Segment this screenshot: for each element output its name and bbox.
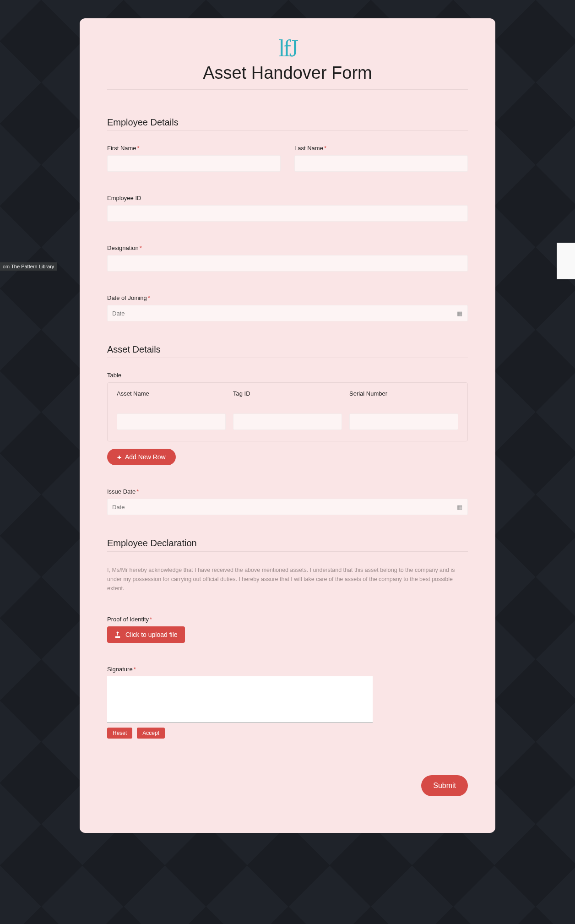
last-name-input[interactable] bbox=[294, 155, 468, 172]
declaration-text: I, Ms/Mr hereby acknowledge that I have … bbox=[107, 565, 468, 593]
required-indicator: * bbox=[137, 145, 140, 152]
upload-button[interactable]: Click to upload file bbox=[107, 626, 185, 643]
required-indicator: * bbox=[148, 294, 150, 301]
calendar-icon: ▦ bbox=[457, 504, 462, 511]
col-serial-number: Serial Number bbox=[346, 390, 462, 397]
serial-number-input[interactable] bbox=[349, 413, 458, 430]
last-name-label: Last Name* bbox=[294, 145, 468, 152]
section-asset-details: Asset Details bbox=[107, 344, 468, 358]
designation-label: Designation* bbox=[107, 245, 468, 251]
logo: lfJ bbox=[107, 37, 468, 60]
submit-button[interactable]: Submit bbox=[421, 775, 468, 796]
asset-name-input[interactable] bbox=[117, 413, 226, 430]
employee-id-input[interactable] bbox=[107, 205, 468, 222]
asset-table: Asset Name Tag ID Serial Number bbox=[107, 382, 468, 441]
recaptcha-badge bbox=[557, 243, 575, 279]
form-card: lfJ Asset Handover Form Employee Details… bbox=[80, 18, 495, 833]
table-header: Asset Name Tag ID Serial Number bbox=[108, 383, 467, 404]
attribution-badge: om The Pattern Library bbox=[0, 262, 57, 271]
accept-button[interactable]: Accept bbox=[137, 728, 165, 739]
required-indicator: * bbox=[134, 666, 136, 673]
col-tag-id: Tag ID bbox=[229, 390, 346, 397]
required-indicator: * bbox=[150, 616, 152, 623]
plus-icon bbox=[117, 453, 121, 461]
section-employee-details: Employee Details bbox=[107, 117, 468, 131]
col-asset-name: Asset Name bbox=[113, 390, 229, 397]
proof-label: Proof of Identity* bbox=[107, 616, 468, 623]
reset-button[interactable]: Reset bbox=[107, 728, 132, 739]
page-title: Asset Handover Form bbox=[107, 63, 468, 83]
first-name-label: First Name* bbox=[107, 145, 281, 152]
employee-id-label: Employee ID bbox=[107, 195, 468, 201]
table-row bbox=[108, 404, 467, 441]
calendar-icon: ▦ bbox=[457, 310, 462, 317]
first-name-input[interactable] bbox=[107, 155, 281, 172]
required-indicator: * bbox=[136, 488, 139, 495]
doj-label: Date of Joining* bbox=[107, 294, 468, 301]
required-indicator: * bbox=[140, 245, 142, 251]
add-row-button[interactable]: Add New Row bbox=[107, 449, 176, 465]
designation-input[interactable] bbox=[107, 255, 468, 272]
form-header: lfJ Asset Handover Form bbox=[107, 37, 468, 90]
tag-id-input[interactable] bbox=[233, 413, 342, 430]
signature-label: Signature* bbox=[107, 666, 468, 673]
attribution-link[interactable]: The Pattern Library bbox=[11, 264, 54, 269]
doj-input[interactable] bbox=[107, 305, 468, 321]
issue-date-input[interactable] bbox=[107, 499, 468, 515]
upload-icon bbox=[114, 631, 121, 638]
section-employee-declaration: Employee Declaration bbox=[107, 538, 468, 552]
required-indicator: * bbox=[324, 145, 326, 152]
issue-date-label: Issue Date* bbox=[107, 488, 468, 495]
table-label: Table bbox=[107, 372, 468, 379]
signature-input[interactable] bbox=[107, 676, 373, 723]
